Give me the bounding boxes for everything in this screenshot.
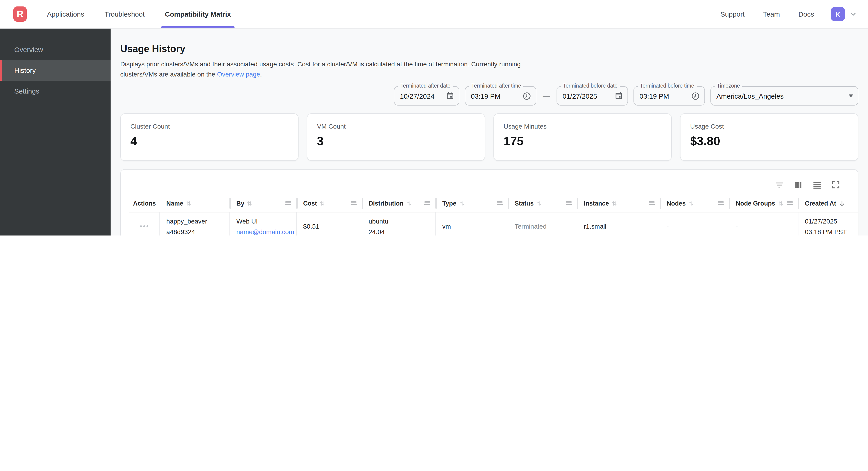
cell-cost: $0.51 bbox=[297, 213, 362, 235]
sidebar-item-overview[interactable]: Overview bbox=[0, 39, 111, 60]
cell-type: vm bbox=[436, 213, 508, 235]
avatar[interactable]: K bbox=[831, 7, 845, 21]
density-icon[interactable] bbox=[812, 180, 822, 190]
column-header-name[interactable]: Name bbox=[160, 195, 230, 212]
column-header-created-at[interactable]: Created At bbox=[799, 195, 859, 212]
nav-link-docs[interactable]: Docs bbox=[799, 10, 814, 18]
timezone-select[interactable]: Timezone America/Los_Angeles bbox=[710, 86, 858, 106]
column-menu-icon[interactable] bbox=[787, 201, 793, 206]
row-id: a48d9324 bbox=[166, 228, 229, 235]
description-period: . bbox=[260, 70, 262, 78]
filter-bar: Terminated after date 10/27/2024 Termina… bbox=[120, 86, 858, 106]
column-menu-icon[interactable] bbox=[649, 201, 655, 206]
terminated-after-date-field[interactable]: Terminated after date 10/27/2024 bbox=[394, 86, 459, 106]
filter-icon[interactable] bbox=[774, 180, 784, 190]
cell-by: Web UIname@domain.com bbox=[230, 213, 297, 235]
column-header-nodes[interactable]: Nodes bbox=[660, 195, 729, 212]
terminated-before-time-field[interactable]: Terminated before time 03:19 PM bbox=[633, 86, 705, 106]
stat-label: VM Count bbox=[317, 123, 475, 130]
fullscreen-icon[interactable] bbox=[831, 180, 840, 189]
column-label: Actions bbox=[133, 200, 156, 207]
column-header-actions: Actions bbox=[129, 195, 160, 212]
sidebar-item-settings[interactable]: Settings bbox=[0, 81, 111, 101]
column-menu-icon[interactable] bbox=[424, 201, 430, 206]
field-value: 10/27/2024 bbox=[400, 92, 446, 100]
stat-value: 4 bbox=[130, 134, 288, 149]
sidebar-item-history[interactable]: History bbox=[0, 60, 111, 81]
created-date: 01/27/2025 bbox=[805, 217, 859, 225]
dot-icon bbox=[140, 226, 142, 228]
stat-card-usage-minutes: Usage Minutes175 bbox=[493, 114, 672, 161]
column-header-by[interactable]: By bbox=[230, 195, 297, 212]
row-name: happy_beaver bbox=[166, 217, 229, 225]
stat-value: $3.80 bbox=[690, 134, 848, 149]
tab-compatibility-matrix[interactable]: Compatibility Matrix bbox=[164, 0, 232, 28]
columns-icon[interactable] bbox=[793, 180, 803, 190]
column-label: Nodes bbox=[666, 200, 686, 207]
main-content: Usage History Displays prior clusters/VM… bbox=[111, 29, 868, 235]
cell-node-groups: - bbox=[729, 213, 799, 235]
column-header-distribution[interactable]: Distribution bbox=[362, 195, 436, 212]
sidebar: OverviewHistorySettings bbox=[0, 29, 111, 235]
clock-icon[interactable] bbox=[523, 92, 531, 100]
calendar-icon[interactable] bbox=[446, 92, 454, 100]
distribution-name: ubuntu bbox=[369, 217, 435, 225]
terminated-after-time-field[interactable]: Terminated after time 03:19 PM bbox=[465, 86, 536, 106]
by-source: Web UI bbox=[236, 217, 296, 225]
overview-page-link[interactable]: Overview page bbox=[217, 70, 260, 78]
field-label: Terminated before date bbox=[561, 83, 620, 89]
sort-icon bbox=[611, 201, 617, 206]
column-header-instance[interactable]: Instance bbox=[577, 195, 660, 212]
column-menu-icon[interactable] bbox=[718, 201, 724, 206]
field-label: Terminated before time bbox=[638, 83, 696, 89]
app-window: R ApplicationsTroubleshootCompatibility … bbox=[0, 0, 868, 235]
stat-label: Cluster Count bbox=[130, 123, 288, 130]
stat-card-cluster-count: Cluster Count4 bbox=[120, 114, 299, 161]
field-label: Terminated after date bbox=[398, 83, 453, 89]
nav-left: R ApplicationsTroubleshootCompatibility … bbox=[13, 0, 232, 28]
table-body: happy_beavera48d9324Web UIname@domain.co… bbox=[129, 213, 858, 235]
row-actions-button[interactable] bbox=[138, 224, 150, 229]
sort-icon bbox=[319, 201, 325, 206]
stat-label: Usage Cost bbox=[690, 123, 848, 130]
terminated-before-date-field[interactable]: Terminated before date 01/27/2025 bbox=[557, 86, 628, 106]
column-header-status[interactable]: Status bbox=[508, 195, 577, 212]
by-email-link[interactable]: name@domain.com bbox=[236, 228, 296, 235]
tab-troubleshoot[interactable]: Troubleshoot bbox=[104, 0, 146, 28]
column-header-type[interactable]: Type bbox=[436, 195, 508, 212]
column-menu-icon[interactable] bbox=[497, 201, 503, 206]
cell-nodes: - bbox=[660, 213, 729, 235]
field-label: Terminated after time bbox=[469, 83, 523, 89]
clock-icon[interactable] bbox=[691, 92, 700, 100]
type-value: vm bbox=[442, 223, 508, 230]
column-menu-icon[interactable] bbox=[285, 201, 291, 206]
chevron-down-icon[interactable] bbox=[849, 10, 857, 18]
stat-label: Usage Minutes bbox=[503, 123, 661, 130]
stat-cards: Cluster Count4VM Count3Usage Minutes175U… bbox=[120, 114, 858, 161]
status-badge: Terminated bbox=[515, 223, 577, 230]
column-label: Created At bbox=[805, 200, 836, 207]
column-menu-icon[interactable] bbox=[351, 201, 356, 206]
column-header-node-groups[interactable]: Node Groups bbox=[729, 195, 799, 212]
column-header-cost[interactable]: Cost bbox=[297, 195, 362, 212]
nav-right: SupportTeamDocs K bbox=[702, 7, 857, 21]
sort-icon bbox=[186, 201, 192, 206]
field-label: Timezone bbox=[715, 83, 742, 89]
table-row: happy_beavera48d9324Web UIname@domain.co… bbox=[129, 213, 858, 235]
tab-applications[interactable]: Applications bbox=[46, 0, 85, 28]
dot-icon bbox=[143, 226, 145, 228]
column-menu-icon[interactable] bbox=[566, 201, 572, 206]
page-description: Displays prior clusters/VMs and their as… bbox=[120, 59, 553, 80]
cell-name: happy_beavera48d9324 bbox=[160, 213, 230, 235]
field-value: 03:19 PM bbox=[471, 92, 523, 100]
app-logo[interactable]: R bbox=[13, 6, 27, 22]
cell-status: Terminated bbox=[508, 213, 577, 235]
nav-link-team[interactable]: Team bbox=[763, 10, 780, 18]
column-label: Name bbox=[166, 200, 183, 207]
column-label: By bbox=[236, 200, 244, 207]
table-header-row: ActionsNameByCostDistributionTypeStatusI… bbox=[129, 195, 858, 213]
calendar-icon[interactable] bbox=[615, 92, 623, 100]
nav-link-support[interactable]: Support bbox=[720, 10, 745, 18]
primary-tabs: ApplicationsTroubleshootCompatibility Ma… bbox=[46, 0, 232, 28]
distribution-version: 24.04 bbox=[369, 228, 435, 235]
